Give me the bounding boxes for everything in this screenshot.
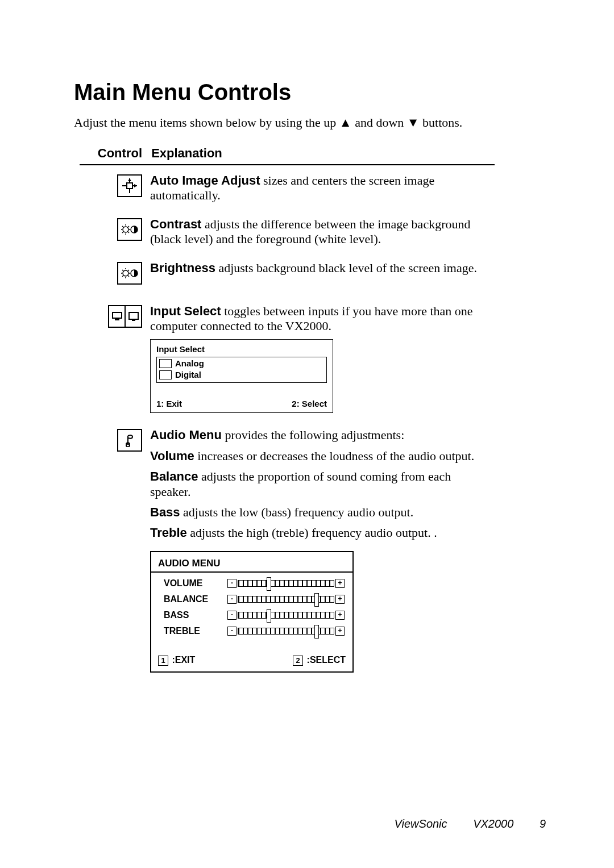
audio-label-volume: VOLUME [158,578,226,589]
bass-lead: Bass [150,505,180,519]
svg-line-13 [128,232,129,233]
svg-point-7 [123,227,128,232]
page-footer: ViewSonic VX2000 9 [395,817,546,831]
volume-slider: - + [226,577,346,590]
header-explanation: Explanation [151,146,222,160]
input-select-icon [108,305,142,328]
audio-label-treble: TREBLE [158,625,226,636]
row-brightness: Brightness adjusts background black leve… [80,261,495,285]
balance-lead: Balance [150,469,198,483]
svg-line-14 [122,232,123,233]
exit-label: :EXIT [169,655,195,665]
contrast-lead: Contrast [150,217,201,231]
audio-row-treble: TREBLE - + [158,625,346,637]
plus-icon: + [335,595,345,604]
plus-icon: + [335,627,345,636]
bass-slider: - + [226,609,346,621]
audio-body: provides the following adjustments: [222,428,404,442]
brightness-icon [117,262,142,285]
minus-icon: - [227,595,237,604]
volume-body: increases or decreases the loudness of t… [194,449,474,463]
audio-osd-panel: AUDIO MENU VOLUME - + BALANCE - [150,551,354,673]
audio-panel-select: 2 :SELECT [293,654,346,666]
audio-lead: Audio Menu [150,428,222,442]
treble-lead: Treble [150,525,187,540]
svg-marker-6 [134,184,137,187]
brightness-lead: Brightness [150,261,215,275]
intro-pre: Adjust the menu items shown below by usi… [74,115,339,130]
plus-icon: + [335,579,345,588]
input-select-osd-panel: Input Select Analog Digital 1: Exit [150,339,333,413]
input-opt1-label: Analog [175,358,204,369]
svg-rect-0 [127,183,132,189]
row-contrast: Contrast adjusts the difference between … [80,217,495,253]
header-control: Control [80,146,148,161]
plus-icon: + [335,611,345,620]
svg-line-24 [122,276,123,277]
minus-icon: - [227,627,237,636]
balance-slider: - + [226,593,346,606]
table-header-row: Control Explanation [80,146,495,165]
footer-page-number: 9 [540,817,546,831]
page-title: Main Menu Controls [74,80,546,105]
contrast-icon [117,218,142,241]
input-lead: Input Select [150,304,221,318]
audio-row-volume: VOLUME - + [158,577,346,590]
up-arrow-icon: ▲ [339,115,352,130]
auto-lead: Auto Image Adjust [150,173,260,187]
brightness-body: adjusts background black level of the sc… [215,261,477,275]
svg-line-15 [128,226,129,227]
svg-line-12 [122,226,123,227]
svg-rect-29 [129,312,138,319]
audio-panel-exit: 1 :EXIT [158,654,195,666]
svg-line-22 [122,270,123,271]
auto-image-adjust-icon [117,174,142,197]
audio-menu-icon [117,429,142,452]
audio-label-balance: BALANCE [158,594,226,604]
volume-lead: Volume [150,449,194,463]
bass-body: adjusts the low (bass) frequency audio o… [180,505,414,519]
input-panel-exit: 1: Exit [156,399,182,409]
intro-text: Adjust the menu items shown below by usi… [74,115,546,130]
row-input-select: Input Select toggles between inputs if y… [80,304,495,414]
audio-row-balance: BALANCE - + [158,593,346,606]
input-option-analog: Analog [159,358,324,369]
svg-rect-28 [115,318,119,320]
key-2-icon: 2 [293,656,303,666]
input-option-digital: Digital [159,370,324,380]
intro-post: buttons. [420,115,463,130]
minus-icon: - [227,611,237,620]
treble-body: adjusts the high (treble) frequency audi… [187,525,437,540]
treble-slider: - + [226,625,346,637]
audio-panel-title: AUDIO MENU [158,558,346,569]
svg-rect-27 [113,312,122,318]
footer-brand: ViewSonic [395,817,447,830]
input-panel-title: Input Select [156,344,327,354]
svg-line-23 [128,276,129,277]
input-opt2-label: Digital [175,370,201,380]
svg-marker-5 [128,178,131,181]
analog-port-icon [159,359,172,368]
row-auto-image-adjust: Auto Image Adjust sizes and centers the … [80,173,495,209]
svg-line-25 [128,270,129,271]
row-audio-menu: Audio Menu provides the following adjust… [80,428,495,673]
svg-point-17 [123,270,128,276]
digital-port-icon [159,370,172,379]
audio-label-bass: BASS [158,610,226,620]
down-arrow-icon: ▼ [407,115,420,130]
footer-model: VX2000 [473,817,513,831]
key-1-icon: 1 [158,656,168,666]
intro-mid: and down [352,115,407,130]
input-panel-select: 2: Select [292,399,327,409]
minus-icon: - [227,579,237,588]
select-label: :SELECT [304,655,346,665]
audio-row-bass: BASS - + [158,609,346,621]
